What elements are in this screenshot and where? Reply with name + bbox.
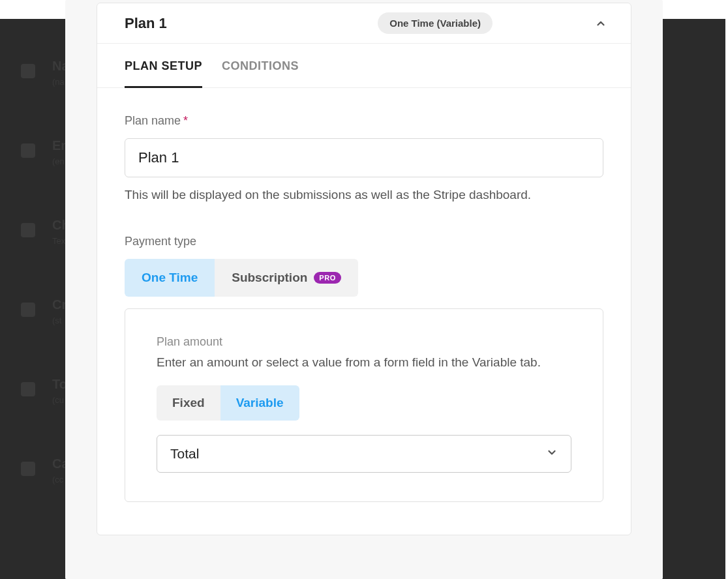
modal-dialog: Plan 1 One Time (Variable) PLAN SETUP CO… xyxy=(65,0,663,579)
panel-header[interactable]: Plan 1 One Time (Variable) xyxy=(97,3,631,43)
amount-field-value: Total xyxy=(170,446,199,462)
tab-conditions[interactable]: CONDITIONS xyxy=(222,44,299,87)
plan-panel: Plan 1 One Time (Variable) PLAN SETUP CO… xyxy=(97,3,631,535)
dollar-icon xyxy=(21,382,35,396)
amount-fixed-button[interactable]: Fixed xyxy=(157,385,220,421)
card-icon xyxy=(21,303,35,317)
person-icon xyxy=(21,64,35,78)
plan-amount-box: Plan amount Enter an amount or select a … xyxy=(125,308,603,502)
plan-name-input[interactable] xyxy=(125,138,603,177)
amount-type-segmented: Fixed Variable xyxy=(157,385,299,421)
tab-plan-setup[interactable]: PLAN SETUP xyxy=(125,44,202,87)
payment-subscription-button[interactable]: Subscription PRO xyxy=(215,259,357,297)
calc-icon xyxy=(21,462,35,476)
panel-title: Plan 1 xyxy=(125,15,167,32)
payment-type-label: Payment type xyxy=(125,235,603,248)
amount-variable-button[interactable]: Variable xyxy=(220,385,299,421)
plus-icon xyxy=(21,223,35,237)
amount-field-select[interactable]: Total xyxy=(157,435,571,473)
chevron-down-icon xyxy=(546,446,558,462)
mail-icon xyxy=(21,143,35,158)
payment-type-segmented: One Time Subscription PRO xyxy=(125,259,358,297)
chevron-up-icon[interactable] xyxy=(594,17,607,30)
plan-name-label: Plan name* xyxy=(125,114,603,128)
plan-type-badge: One Time (Variable) xyxy=(378,12,493,34)
plan-amount-label: Plan amount xyxy=(157,335,571,349)
tabs: PLAN SETUP CONDITIONS xyxy=(97,43,631,88)
payment-one-time-button[interactable]: One Time xyxy=(125,259,215,297)
plan-amount-help: Enter an amount or select a value from a… xyxy=(157,355,571,370)
plan-name-help: This will be displayed on the submission… xyxy=(125,188,603,202)
pro-badge: PRO xyxy=(314,272,341,284)
